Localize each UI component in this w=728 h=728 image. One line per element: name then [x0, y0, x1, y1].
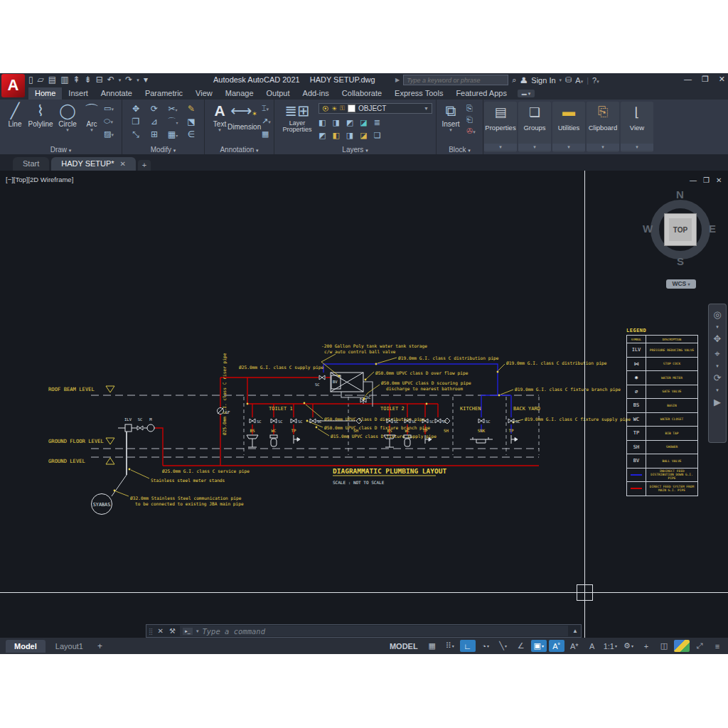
search-input[interactable] [403, 75, 508, 85]
stopcock-valve-icon[interactable] [478, 419, 484, 423]
rectangle-icon[interactable]: ▭▾ [104, 104, 114, 114]
ribbon-tab-collaborate[interactable]: Collaborate [336, 87, 388, 100]
block-attributes-icon[interactable]: ✇▾ [466, 127, 476, 136]
new-tab-button[interactable]: + [138, 160, 151, 171]
close-button[interactable]: ✕ [719, 75, 725, 84]
stopcock-valve-icon[interactable] [435, 419, 441, 423]
drawing-label[interactable]: Ø25.0mm G.I. class C riser pipe [222, 353, 228, 435]
zone-label[interactable]: TOILET 1 [269, 406, 293, 412]
model-space-button[interactable]: MODEL [385, 641, 422, 652]
valve-label-sc[interactable]: SC [317, 419, 322, 424]
circle-button[interactable]: ◯ Circle▾ [54, 102, 81, 132]
panel-groups-expand-icon[interactable]: ▾ [518, 144, 551, 151]
panel-clipboard-expand-icon[interactable]: ▾ [587, 144, 619, 151]
panel-label-modify[interactable]: Modify ▾ [122, 146, 204, 154]
drawing-label[interactable]: Ø50.0mm UPVC class D scouring pipe [381, 380, 471, 386]
layer-isolate-icon[interactable]: ◧ [318, 118, 326, 127]
drawing-label[interactable]: Ø50.0mm UPVC class D fixture branch pipe [324, 425, 430, 431]
panel-properties[interactable]: ▤Properties▾ [484, 102, 517, 152]
ribbon-tab-annotate[interactable]: Annotate [95, 87, 139, 100]
viewport-controls-label[interactable]: [−][Top][2D Wireframe] [6, 176, 73, 183]
pan-icon[interactable]: ✥ [714, 334, 722, 344]
stopcock-valve-icon[interactable] [291, 419, 296, 423]
ribbon-tab-express-tools[interactable]: Express Tools [388, 87, 449, 100]
orbit-dropdown-icon[interactable]: ▾ [716, 388, 719, 392]
stretch-icon[interactable]: ⤡ [127, 129, 145, 141]
drawing-label[interactable]: Ø19.0mm G.I. class C fixture supply pipe [525, 417, 631, 422]
drawing-label[interactable]: BV [333, 380, 338, 384]
fixture-code[interactable]: SH [353, 429, 358, 433]
offset-icon[interactable]: ∈ [182, 129, 200, 141]
isometric-drafting-icon[interactable]: ╲▾ [496, 640, 511, 652]
drawing-label[interactable]: discharge to nearest bathroom [386, 386, 463, 392]
autodesk-a-icon[interactable]: A▾ [575, 76, 583, 85]
autocad-logo-icon[interactable]: A [1, 74, 25, 97]
drawing-label[interactable]: GROUND LEVEL [48, 458, 85, 464]
drawing-label[interactable]: SC [366, 395, 371, 400]
workspace-switching-icon-dropdown[interactable]: ▾ [631, 643, 633, 648]
mirror-icon[interactable]: ⊿ [145, 116, 164, 129]
valve-label-sc[interactable]: SC [412, 419, 417, 424]
redo-icon[interactable]: ↷ [125, 73, 132, 87]
zoom-dropdown-icon[interactable]: ▾ [716, 364, 719, 368]
ellipse-icon[interactable]: ⬭▾ [104, 117, 114, 127]
tap-fixture-icon[interactable] [511, 435, 518, 444]
basin-fixture-icon[interactable] [247, 435, 258, 447]
leader-icon[interactable]: ⌶▾ [262, 104, 271, 114]
ribbon-display-toggle[interactable]: ▬ ▾ [518, 90, 535, 97]
tap-fixture-icon[interactable] [294, 435, 300, 444]
drawing-label[interactable]: Ø32.0mm Stainless Steel communication pi… [130, 496, 242, 501]
layer-dropdown[interactable]: ⦿ ☀ ⚿ OBJECT ▼ [318, 103, 432, 114]
grid-display-icon[interactable]: ▦ [424, 640, 440, 652]
scale-icon[interactable]: ⊞ [145, 129, 164, 141]
layer-freeze-icon[interactable]: ◨ [332, 118, 339, 127]
plot-icon[interactable]: ⊟ [96, 73, 103, 87]
move-icon[interactable]: ✥ [127, 103, 145, 116]
app-store-cart-icon[interactable]: ⛁ [565, 75, 572, 85]
viewcube-west[interactable]: W [643, 223, 653, 235]
level-markers[interactable] [106, 386, 114, 464]
command-grip-handle[interactable]: ⣿ [146, 628, 155, 635]
panel-view[interactable]: ⌊View▾ [621, 102, 653, 152]
scale-button[interactable]: 1:1▾ [602, 640, 619, 652]
sink-fixture-icon[interactable] [470, 437, 493, 443]
panel-label-annotation[interactable]: Annotation ▾ [205, 146, 274, 154]
zoom-icon[interactable]: ⌖ [714, 349, 719, 359]
table-icon[interactable]: ▦ [262, 129, 271, 138]
drawing-canvas[interactable]: DIAGRAMMATIC PLUMBING LAYOUT SCALE : NOT… [0, 171, 728, 638]
trim-icon[interactable]: ✂▾ [164, 103, 182, 116]
fixture-code[interactable]: TP [423, 429, 428, 433]
polar-tracking-icon-dropdown[interactable]: ▾ [487, 643, 489, 648]
viewcube-top-face[interactable]: TOP [664, 213, 697, 246]
ribbon-tab-parametric[interactable]: Parametric [139, 87, 189, 100]
drawing-label[interactable]: SC [138, 417, 143, 422]
isometric-drafting-icon-dropdown[interactable]: ▾ [505, 643, 507, 648]
valve-label-sc[interactable]: SC [486, 419, 491, 424]
drawing-label[interactable]: M [149, 417, 152, 422]
redo-icon-dropdown[interactable]: ▾ [136, 77, 139, 83]
hatch-icon[interactable]: ▨▾ [104, 129, 114, 139]
doc-minimize-button[interactable]: — [690, 176, 697, 184]
valve-label-sc[interactable]: SC [298, 419, 303, 424]
command-input[interactable]: ▸_ ▾ Type a command [180, 626, 568, 636]
zone-label[interactable]: KITCHEN [460, 406, 481, 412]
tank-inlet-valve-icon[interactable] [319, 375, 325, 380]
layer-walk-icon[interactable]: ◨ [346, 131, 353, 140]
drawing-label[interactable]: Stainless steel meter stands [151, 478, 225, 483]
object-snap-icon[interactable]: ▣▾ [531, 640, 547, 652]
polyline-button[interactable]: ⌇ Polyline [27, 102, 54, 128]
stopcock-valve-icon[interactable] [310, 419, 316, 423]
annotation-visibility-icon[interactable]: A˚ [549, 640, 564, 652]
command-customize-icon[interactable]: ⚒ [166, 627, 178, 635]
stopcock-valve-icon[interactable] [250, 419, 255, 423]
drawing-label[interactable]: -200 Gallon Poly tank water tank storage [321, 343, 427, 349]
zone-label[interactable]: BACK YARD [513, 406, 540, 412]
drawing-label[interactable]: Ø25.0mm G.I. class C supply pipe [239, 365, 323, 370]
file-tab-close-icon[interactable]: ✕ [120, 157, 126, 171]
clean-screen-icon[interactable]: ⤢ [692, 640, 707, 652]
drawing-label[interactable]: Ø19.0mm G.I. class C distribution pipe [398, 355, 499, 361]
scale-button-dropdown[interactable]: ▾ [615, 643, 617, 648]
fixture-code[interactable]: WC [405, 429, 410, 433]
drawing-label[interactable]: ROOF BEAM LEVEL [48, 386, 95, 392]
fixture-code[interactable]: TP [509, 429, 514, 433]
